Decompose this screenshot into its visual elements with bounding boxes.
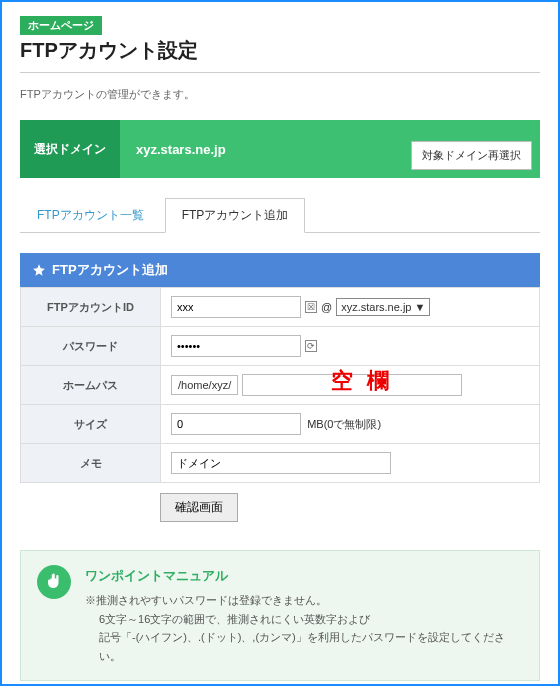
section-header-text: FTPアカウント追加 (52, 261, 168, 279)
field-memo (161, 444, 540, 483)
category-badge: ホームページ (20, 16, 102, 35)
tip-line1: ※推測されやすいパスワードは登録できません。 (85, 591, 523, 610)
field-size: MB(0で無制限) (161, 405, 540, 444)
reload-icon[interactable]: ⟳ (305, 340, 317, 352)
domain-label: 選択ドメイン (20, 120, 120, 178)
tip-title: ワンポイントマニュアル (85, 565, 523, 587)
page-title: FTPアカウント設定 (20, 37, 540, 73)
memo-input[interactable] (171, 452, 391, 474)
confirm-button[interactable]: 確認画面 (160, 493, 238, 522)
tip-line3: 記号「-(ハイフン)、.(ドット)、,(カンマ)」を利用したパスワードを設定して… (85, 628, 523, 665)
domain-selector: 選択ドメイン xyz.stars.ne.jp 対象ドメイン再選択 (20, 120, 540, 178)
field-ftp-id: ☒ @ xyz.stars.ne.jp ▼ (161, 288, 540, 327)
field-password: ⟳ (161, 327, 540, 366)
domain-value-text: xyz.stars.ne.jp (136, 142, 226, 157)
tip-line2: 6文字～16文字の範囲で、推測されにくい英数字および (85, 610, 523, 629)
homepath-input[interactable] (242, 374, 462, 396)
hand-icon (37, 565, 71, 599)
at-symbol: @ (321, 301, 332, 313)
ftp-id-input[interactable] (171, 296, 301, 318)
label-size: サイズ (21, 405, 161, 444)
domain-value: xyz.stars.ne.jp 対象ドメイン再選択 (120, 120, 540, 178)
domain-dropdown[interactable]: xyz.stars.ne.jp ▼ (336, 298, 430, 316)
page-description: FTPアカウントの管理ができます。 (20, 87, 540, 102)
status-icon: ☒ (305, 301, 317, 313)
button-row: 確認画面 (160, 493, 540, 522)
tabs: FTPアカウント一覧 FTPアカウント追加 (20, 198, 540, 233)
tab-ftp-list[interactable]: FTPアカウント一覧 (20, 198, 161, 233)
homepath-prefix: /home/xyz/ (171, 375, 238, 395)
domain-reselect-button[interactable]: 対象ドメイン再選択 (411, 141, 532, 170)
label-memo: メモ (21, 444, 161, 483)
form-table: FTPアカウントID ☒ @ xyz.stars.ne.jp ▼ パスワード ⟳… (20, 287, 540, 483)
label-ftp-id: FTPアカウントID (21, 288, 161, 327)
label-homepath: ホームパス (21, 366, 161, 405)
tip-box: ワンポイントマニュアル ※推測されやすいパスワードは登録できません。 6文字～1… (20, 550, 540, 681)
section-header: FTPアカウント追加 (20, 253, 540, 287)
size-input[interactable] (171, 413, 301, 435)
tab-ftp-add[interactable]: FTPアカウント追加 (165, 198, 306, 233)
label-password: パスワード (21, 327, 161, 366)
password-input[interactable] (171, 335, 301, 357)
tip-content: ワンポイントマニュアル ※推測されやすいパスワードは登録できません。 6文字～1… (85, 565, 523, 666)
size-suffix: MB(0で無制限) (307, 418, 381, 430)
star-icon (32, 263, 46, 277)
field-homepath: /home/xyz/ 空 欄 (161, 366, 540, 405)
